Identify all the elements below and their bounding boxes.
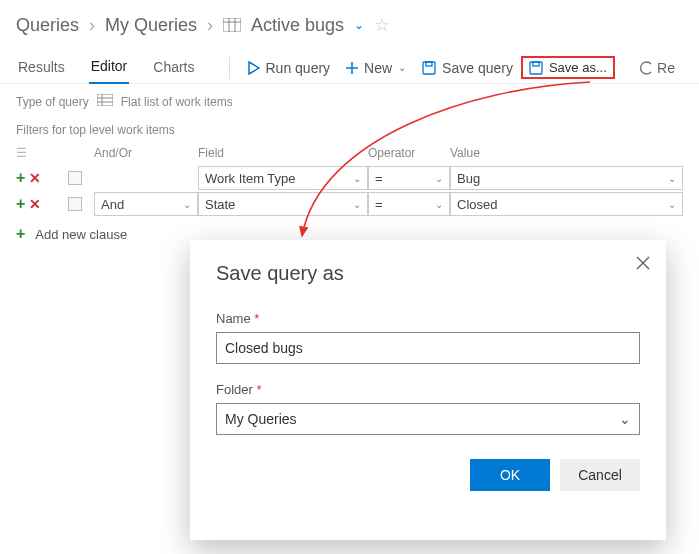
add-clause-icon[interactable]: +	[16, 169, 29, 187]
clause-row: + ✕ Work Item Type⌄ =⌄ Bug⌄	[16, 165, 683, 191]
query-type-value: Flat list of work items	[121, 95, 233, 109]
breadcrumb: Queries › My Queries › Active bugs ⌄ ☆	[0, 0, 699, 46]
value-select[interactable]: Bug⌄	[450, 166, 683, 190]
plus-icon: +	[16, 225, 29, 243]
svg-rect-9	[530, 62, 542, 74]
save-label: Save query	[442, 60, 513, 76]
svg-rect-0	[223, 18, 241, 32]
save-icon	[422, 61, 436, 75]
dialog-title: Save query as	[216, 262, 640, 285]
flat-list-icon[interactable]	[97, 94, 113, 109]
remove-clause-icon[interactable]: ✕	[29, 196, 41, 212]
plus-icon	[346, 62, 358, 74]
undo-icon	[639, 61, 653, 75]
breadcrumb-root[interactable]: Queries	[16, 15, 79, 36]
chevron-down-icon: ⌄	[353, 199, 361, 210]
chevron-down-icon: ⌄	[183, 199, 191, 210]
query-type-row: Type of query Flat list of work items	[0, 84, 699, 115]
tab-charts[interactable]: Charts	[151, 53, 196, 83]
checklist-icon[interactable]: ☰	[16, 146, 27, 160]
save-as-icon	[529, 61, 543, 75]
andor-cell	[94, 165, 198, 191]
tab-editor[interactable]: Editor	[89, 52, 130, 84]
svg-rect-8	[426, 62, 432, 66]
chevron-down-icon: ⌄	[435, 199, 443, 210]
header-value: Value	[450, 141, 683, 165]
svg-rect-7	[423, 62, 435, 74]
ok-button[interactable]: OK	[470, 459, 550, 491]
clause-grid: ☰ And/Or Field Operator Value + ✕ Work I…	[0, 141, 699, 217]
run-query-label: Run query	[266, 60, 331, 76]
chevron-down-icon: ⌄	[435, 173, 443, 184]
add-new-clause-label: Add new clause	[35, 227, 127, 242]
add-clause-icon[interactable]: +	[16, 195, 29, 213]
new-label: New	[364, 60, 392, 76]
breadcrumb-sep: ›	[89, 15, 95, 36]
folder-label: Folder *	[216, 382, 640, 397]
clause-grid-header: ☰ And/Or Field Operator Value	[16, 141, 683, 165]
chevron-down-icon: ⌄	[619, 411, 631, 427]
header-andor: And/Or	[94, 141, 198, 165]
save-as-button[interactable]: Save as...	[521, 56, 615, 79]
save-as-label: Save as...	[549, 60, 607, 75]
field-select[interactable]: State⌄	[198, 192, 368, 216]
save-as-dialog: Save query as Name * Folder * My Queries…	[190, 240, 666, 540]
toolbar: Results Editor Charts Run query New ⌄ Sa…	[0, 46, 699, 84]
save-query-button[interactable]: Save query	[414, 56, 521, 80]
remove-clause-icon[interactable]: ✕	[29, 170, 41, 186]
chevron-down-icon: ⌄	[668, 173, 676, 184]
field-select[interactable]: Work Item Type⌄	[198, 166, 368, 190]
header-check	[68, 141, 94, 165]
breadcrumb-dropdown-icon[interactable]: ⌄	[354, 18, 364, 32]
tab-results[interactable]: Results	[16, 53, 67, 83]
clause-row: + ✕ And⌄ State⌄ =⌄ Closed⌄	[16, 191, 683, 217]
filters-heading: Filters for top level work items	[0, 115, 699, 141]
operator-select[interactable]: =⌄	[368, 192, 450, 216]
folder-select[interactable]: My Queries ⌄	[216, 403, 640, 435]
name-label: Name *	[216, 311, 640, 326]
breadcrumb-mid[interactable]: My Queries	[105, 15, 197, 36]
breadcrumb-leaf[interactable]: Active bugs	[251, 15, 344, 36]
cancel-button[interactable]: Cancel	[560, 459, 640, 491]
divider	[229, 57, 230, 79]
header-actions: ☰	[16, 141, 68, 165]
value-select[interactable]: Closed⌄	[450, 192, 683, 216]
favorite-star-icon[interactable]: ☆	[374, 14, 390, 36]
breadcrumb-sep: ›	[207, 15, 213, 36]
row-checkbox[interactable]	[68, 171, 82, 185]
svg-marker-4	[249, 62, 259, 74]
andor-select[interactable]: And⌄	[94, 192, 198, 216]
run-query-button[interactable]: Run query	[240, 56, 339, 80]
chevron-down-icon: ⌄	[398, 62, 406, 73]
chevron-down-icon: ⌄	[668, 199, 676, 210]
svg-rect-11	[97, 94, 113, 106]
svg-rect-10	[533, 62, 539, 66]
row-checkbox[interactable]	[68, 197, 82, 211]
dialog-buttons: OK Cancel	[216, 459, 640, 491]
header-operator: Operator	[368, 141, 450, 165]
query-type-label: Type of query	[16, 95, 89, 109]
new-button[interactable]: New ⌄	[338, 56, 414, 80]
play-icon	[248, 61, 260, 75]
revert-button[interactable]: Re	[631, 56, 683, 80]
revert-label: Re	[657, 60, 675, 76]
query-type-icon	[223, 18, 241, 32]
close-icon[interactable]	[636, 256, 650, 273]
chevron-down-icon: ⌄	[353, 173, 361, 184]
operator-select[interactable]: =⌄	[368, 166, 450, 190]
header-field: Field	[198, 141, 368, 165]
name-input[interactable]	[216, 332, 640, 364]
